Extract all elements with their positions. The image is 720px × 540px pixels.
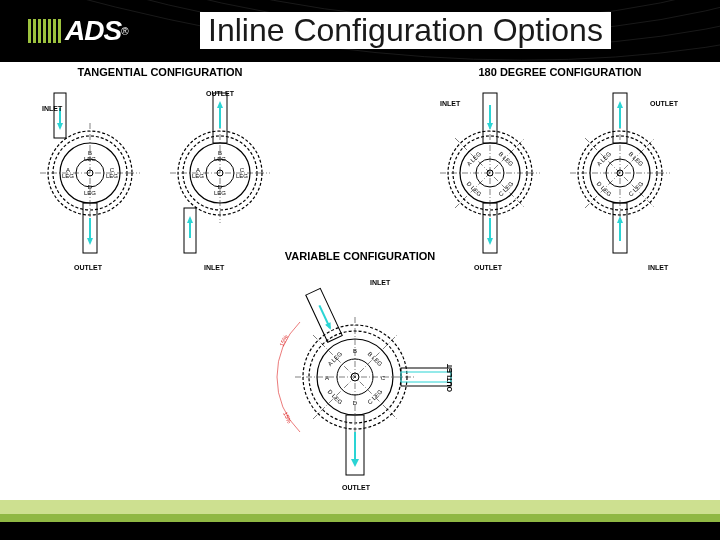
svg-text:B LEG: B LEG (367, 351, 384, 368)
svg-marker-75 (617, 216, 623, 223)
svg-marker-9 (57, 123, 63, 130)
svg-text:A: A (325, 375, 329, 381)
tangential-config: TANGENTIAL CONFIGURATION B (20, 66, 300, 282)
svg-text:C: C (381, 375, 386, 381)
inlet-label-3: INLET (440, 100, 461, 107)
svg-text:D: D (353, 400, 358, 406)
svg-marker-53 (487, 123, 493, 130)
deg180-config: 180 DEGREE CONFIGURATION (420, 66, 700, 282)
dim-label-bl: 15% (282, 411, 293, 425)
content-area: TANGENTIAL CONFIGURATION B (0, 62, 720, 500)
deg180-diagram: A LEG B LEG D LEG C LEG INLET OUTLET (420, 78, 700, 278)
svg-marker-94 (351, 459, 359, 467)
deg180-title: 180 DEGREE CONFIGURATION (420, 66, 700, 78)
svg-text:LEG: LEG (236, 173, 248, 179)
variable-title: VARIABLE CONFIGURATION (260, 250, 460, 262)
svg-marker-33 (187, 216, 193, 223)
inlet-label: INLET (42, 105, 63, 112)
logo-registered-icon: ® (121, 26, 128, 37)
logo-text: ADS (65, 15, 121, 47)
svg-text:LEG: LEG (214, 156, 226, 162)
svg-text:A LEG: A LEG (327, 351, 344, 368)
logo: ADS ® (28, 15, 129, 47)
svg-text:LEG: LEG (106, 173, 118, 179)
outlet-label: OUTLET (74, 264, 103, 271)
logo-bars-icon (28, 19, 61, 43)
svg-text:LEG: LEG (62, 173, 74, 179)
svg-marker-56 (487, 238, 493, 245)
dim-label-left: 15% (278, 333, 289, 347)
tangential-diagram: B LEG A LEG C LEG D LEG INLET OUTLET (20, 78, 300, 278)
svg-text:B: B (353, 348, 357, 354)
svg-text:LEG: LEG (192, 173, 204, 179)
outlet-label-2: OUTLET (206, 90, 235, 97)
footer (0, 500, 720, 540)
variable-config: VARIABLE CONFIGURATION (260, 250, 460, 496)
outlet-label-4: OUTLET (650, 100, 679, 107)
svg-marker-30 (217, 101, 223, 108)
outlet-label-side: OUTLET (446, 363, 453, 392)
svg-text:LEG: LEG (214, 190, 226, 196)
outlet-label-5: OUTLET (342, 484, 371, 491)
svg-text:LEG: LEG (84, 190, 96, 196)
svg-text:LEG: LEG (84, 156, 96, 162)
inlet-label-2: INLET (204, 264, 225, 271)
inlet-label-4: INLET (648, 264, 669, 271)
variable-diagram: 15% 15% A LEG B LEG D LEG C LEG B D A C … (260, 262, 460, 492)
svg-marker-72 (617, 101, 623, 108)
inlet-label-5: INLET (370, 279, 391, 286)
page-title: Inline Configuration Options (200, 12, 611, 49)
svg-marker-12 (87, 238, 93, 245)
tangential-title: TANGENTIAL CONFIGURATION (20, 66, 300, 78)
outlet-label-3: OUTLET (474, 264, 503, 271)
